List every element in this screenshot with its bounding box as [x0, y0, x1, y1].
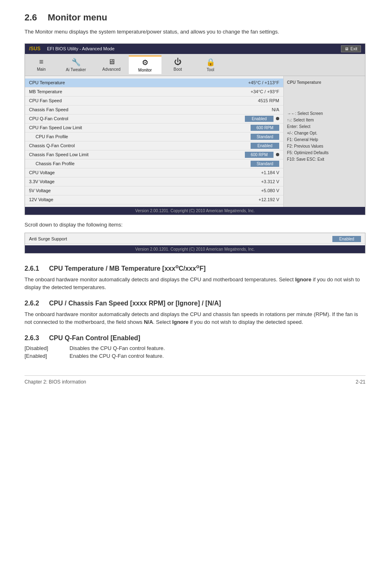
sub-heading-262: 2.6.2 CPU / Chassis Fan Speed [xxxx RPM]…	[25, 300, 365, 307]
nav-tool-label: Tool	[207, 67, 214, 72]
row-value: +1.184 V	[242, 170, 279, 175]
row-label: CPU Temperature	[29, 80, 242, 85]
row-label: CPU Q-Fan Control	[29, 116, 245, 121]
row-label: Anti Surge Support	[29, 236, 332, 241]
bios-logo: /SUS	[29, 46, 40, 52]
bios-help-panel: CPU Temperature →←: Select Screen ↑↓: Se…	[283, 76, 365, 207]
row-label: Chassis Fan Profile	[29, 161, 251, 166]
table-row: CPU Fan Speed 4515 RPM	[25, 97, 283, 105]
nav-advanced-label: Advanced	[102, 67, 120, 72]
bios-screenshot: /SUS EFI BIOS Utility - Advanced Mode 🖥 …	[25, 43, 365, 215]
dot-indicator	[276, 153, 279, 156]
sub-heading-263: 2.6.3 CPU Q-Fan Control [Enabled]	[25, 334, 365, 342]
bios-footer: Version 2.00.1201. Copyright (C) 2010 Am…	[25, 207, 365, 215]
table-row: 12V Voltage +12.192 V	[25, 195, 283, 204]
row-label: 12V Voltage	[29, 197, 242, 202]
row-badge[interactable]: 600 RPM	[245, 152, 273, 158]
body-text-261: The onboard hardware monitor automatical…	[25, 276, 365, 292]
row-label: 3.3V Voltage	[29, 179, 242, 184]
nav-tool[interactable]: 🔒 Tool	[194, 56, 227, 74]
def-key: [Disabled]	[25, 345, 61, 351]
row-value: 4515 RPM	[242, 98, 279, 103]
footer-right: 2-21	[356, 379, 365, 385]
nav-ai-tweaker[interactable]: 🔧 Ai Tweaker	[58, 56, 94, 74]
row-badge[interactable]: Enabled	[245, 116, 273, 122]
nav-boot-icon: ⏻	[174, 58, 182, 66]
sub-title: CPU Temperature / MB Temperature [xxxoC/…	[49, 265, 206, 272]
table-row: CPU Fan Profile Standard	[25, 132, 283, 141]
row-value: N/A	[242, 107, 279, 112]
sub-number: 2.6.1	[25, 265, 39, 272]
table-row: Chassis Fan Profile Standard	[25, 159, 283, 168]
sub-title: CPU / Chassis Fan Speed [xxxx RPM] or [I…	[49, 300, 221, 307]
row-value: +34°C / +93°F	[242, 89, 279, 94]
bios-help-text: CPU Temperature →←: Select Screen ↑↓: Se…	[287, 79, 362, 163]
row-label: MB Temperature	[29, 89, 242, 94]
bios-small-footer: Version 2.00.1201. Copyright (C) 2010 Am…	[25, 245, 365, 253]
nav-monitor-icon: ⚙	[142, 58, 148, 67]
table-row: CPU Temperature +45°C / +113°F	[25, 79, 283, 88]
table-row: Chassis Q-Fan Control Enabled	[25, 141, 283, 150]
def-val: Enables the CPU Q-Fan control feature.	[69, 353, 164, 359]
sub-number: 2.6.3	[25, 334, 39, 341]
bios-content: CPU Temperature +45°C / +113°F MB Temper…	[25, 76, 365, 207]
nav-ai-tweaker-label: Ai Tweaker	[66, 67, 86, 72]
def-row: [Enabled] Enables the CPU Q-Fan control …	[25, 353, 365, 359]
nav-ai-tweaker-icon: 🔧	[72, 58, 81, 67]
def-row: [Disabled] Disables the CPU Q-Fan contro…	[25, 345, 365, 351]
nav-main-icon: ≡	[39, 58, 44, 66]
nav-main-label: Main	[37, 67, 46, 72]
def-key: [Enabled]	[25, 353, 61, 359]
subsections: 2.6.1 CPU Temperature / MB Temperature […	[25, 263, 365, 359]
nav-monitor[interactable]: ⚙ Monitor	[129, 56, 161, 74]
row-label: 5V Voltage	[29, 188, 242, 193]
intro-paragraph: The Monitor menu displays the system tem…	[25, 28, 365, 36]
body-text-262: The onboard hardware monitor automatical…	[25, 310, 365, 326]
row-label: CPU Fan Profile	[29, 134, 251, 139]
row-label: CPU Fan Speed Low Limit	[29, 125, 251, 130]
row-label: Chassis Q-Fan Control	[29, 143, 251, 148]
row-label: CPU Voltage	[29, 170, 242, 175]
table-row: CPU Voltage +1.184 V	[25, 168, 283, 177]
sub-number: 2.6.2	[25, 300, 39, 307]
def-val: Disables the CPU Q-Fan control feature.	[69, 345, 165, 351]
row-badge[interactable]: Standard	[251, 134, 279, 140]
table-row: Chassis Fan Speed N/A	[25, 105, 283, 114]
row-label: Chassis Fan Speed Low Limit	[29, 152, 245, 157]
nav-boot[interactable]: ⏻ Boot	[161, 56, 194, 73]
bios-titlebar: /SUS EFI BIOS Utility - Advanced Mode 🖥 …	[25, 44, 365, 54]
nav-main[interactable]: ≡ Main	[25, 56, 58, 73]
row-value: +45°C / +113°F	[242, 80, 279, 85]
table-row: CPU Fan Speed Low Limit 600 RPM	[25, 123, 283, 132]
nav-monitor-label: Monitor	[138, 68, 152, 72]
bios-title: EFI BIOS Utility - Advanced Mode	[47, 46, 114, 51]
exit-label: Exit	[350, 47, 357, 51]
row-value: +3.312 V	[242, 179, 279, 184]
section-number: 2.6	[25, 12, 37, 22]
row-value: +12.192 V	[242, 197, 279, 202]
nav-advanced[interactable]: 🖥 Advanced	[94, 56, 128, 73]
row-badge[interactable]: Enabled	[332, 236, 361, 242]
table-row: Anti Surge Support Enabled	[25, 235, 365, 244]
row-badge[interactable]: Standard	[251, 161, 279, 167]
help-title: CPU Temperature	[287, 79, 362, 86]
page-footer: Chapter 2: BIOS information 2-21	[25, 375, 365, 385]
sub-title: CPU Q-Fan Control [Enabled]	[49, 334, 140, 341]
table-row: 5V Voltage +5.080 V	[25, 186, 283, 195]
footer-left: Chapter 2: BIOS information	[25, 379, 86, 385]
section-title: Monitor menu	[48, 12, 107, 22]
bios-small-screenshot: Anti Surge Support Enabled Version 2.00.…	[25, 233, 365, 254]
bios-navbar: ≡ Main 🔧 Ai Tweaker 🖥 Advanced ⚙ Monitor…	[25, 54, 365, 76]
sub-heading-261: 2.6.1 CPU Temperature / MB Temperature […	[25, 263, 365, 272]
nav-advanced-icon: 🖥	[108, 58, 115, 66]
row-label: CPU Fan Speed	[29, 98, 242, 103]
bios-settings-list: CPU Temperature +45°C / +113°F MB Temper…	[25, 76, 283, 207]
dot-indicator	[276, 117, 279, 120]
table-row: CPU Q-Fan Control Enabled	[25, 114, 283, 123]
row-badge[interactable]: Enabled	[251, 143, 279, 149]
nav-tool-icon: 🔒	[206, 58, 215, 67]
exit-button[interactable]: 🖥 Exit	[341, 45, 361, 52]
table-row: MB Temperature +34°C / +93°F	[25, 88, 283, 97]
definition-table-263: [Disabled] Disables the CPU Q-Fan contro…	[25, 345, 365, 359]
row-badge[interactable]: 600 RPM	[251, 125, 279, 131]
